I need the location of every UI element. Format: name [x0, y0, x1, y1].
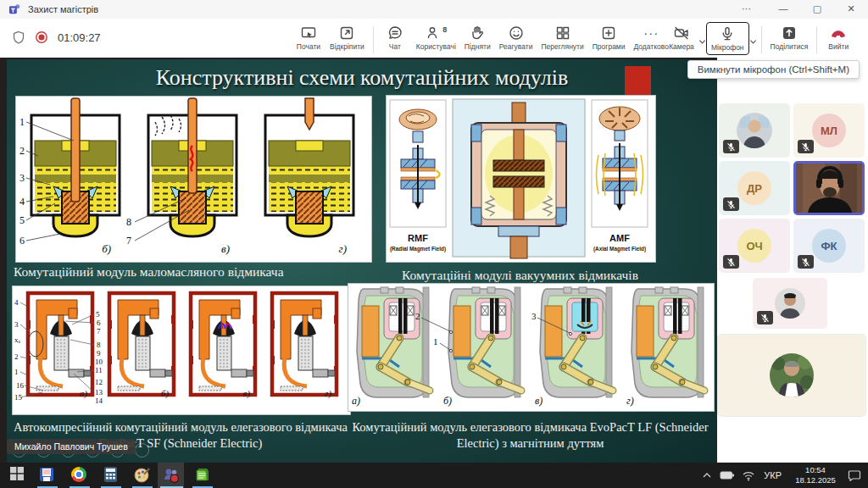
participant-tile[interactable]: ФК: [793, 219, 865, 273]
camera-options-chevron[interactable]: [698, 33, 706, 48]
amf-label: AMF: [609, 233, 630, 243]
teams-logo-icon: [8, 3, 21, 16]
save-app-icon[interactable]: [39, 467, 54, 482]
oil-letter: в): [221, 242, 230, 255]
mic-tooltip: Вимкнути мікрофон (Ctrl+Shift+M): [687, 60, 860, 79]
window-maximize-button[interactable]: ▢: [800, 0, 834, 18]
oil-label: 3: [19, 172, 25, 184]
meeting-timer: 01:09:27: [58, 31, 101, 44]
participant-tile[interactable]: МЛ: [793, 103, 865, 158]
keyboard-language[interactable]: УКР: [764, 470, 782, 480]
apps-button[interactable]: Програми: [588, 22, 630, 53]
participants-count-badge: 8: [442, 25, 447, 34]
sf-figure: 4 3 xₐ 2 1 16 15 5 6 7 8 9 10 11 12: [12, 286, 351, 415]
mic-muted-badge: [798, 255, 814, 269]
sf-label: 10: [95, 358, 103, 366]
participant-tile[interactable]: ОЧ: [719, 219, 790, 273]
amf-sublabel: (Axial Magmet Field): [593, 246, 646, 252]
lf-label: 1: [433, 336, 438, 347]
microphone-options-chevron[interactable]: [749, 33, 757, 48]
window-minimize-button[interactable]: —: [766, 0, 800, 18]
participant-tile[interactable]: [719, 103, 790, 158]
people-icon: [425, 25, 442, 42]
action-center-icon[interactable]: [848, 469, 861, 481]
presentation-slide: Конструктивні схеми комутаційних модулів: [7, 59, 717, 463]
slide-title: Конструктивні схеми комутаційних модулів: [7, 65, 717, 91]
slide-accent-block: [625, 66, 651, 97]
sf-label: 9: [97, 349, 101, 358]
sf-label: 7: [97, 327, 101, 336]
share-button[interactable]: Поділитися: [766, 22, 813, 53]
teams-app-icon[interactable]: [163, 467, 180, 484]
toolbar-divider: [761, 26, 762, 53]
oil-label: 4: [19, 196, 25, 208]
notes-app-icon[interactable]: [195, 467, 210, 482]
battery-icon[interactable]: [720, 470, 735, 480]
oil-label: 6: [19, 235, 25, 247]
start-presenting-button[interactable]: Почати: [292, 22, 326, 53]
participant-tile[interactable]: ДР: [719, 161, 790, 215]
paint-app-icon[interactable]: [134, 467, 150, 483]
oil-breaker-diagram: 1 2 3 4 5 6 8 7 б) в) г): [16, 97, 370, 260]
screen-share-stage: Конструктивні схеми комутаційних модулів: [0, 58, 717, 463]
rmf-label: RMF: [408, 233, 428, 243]
raise-hand-button[interactable]: Підняти: [460, 22, 495, 53]
oil-letter: б): [102, 242, 111, 255]
participant-tile[interactable]: [753, 278, 827, 329]
lf-label: 3: [531, 311, 537, 321]
clock-date: 18.12.2025: [790, 475, 841, 485]
participant-avatar: [775, 288, 805, 319]
screen: { "window": {"title":"Захист магістрів",…: [0, 0, 868, 488]
participant-initials: МЛ: [821, 125, 837, 137]
ellipsis-icon: ···: [643, 25, 659, 42]
unpin-button[interactable]: Відкріпити: [326, 22, 369, 53]
sf-label: 1: [14, 368, 19, 376]
microphone-icon: [719, 25, 736, 42]
start-button-icon[interactable]: [10, 467, 24, 480]
camera-button[interactable]: Камера: [665, 22, 698, 53]
sf-label: 14: [95, 396, 103, 405]
sf-label: 11: [95, 366, 103, 374]
participant-initials: ОЧ: [746, 240, 762, 252]
recording-indicator-icon: [35, 30, 48, 44]
sf-label: 4: [14, 298, 19, 307]
view-button[interactable]: Переглянути: [537, 22, 587, 53]
sf-label: 8: [97, 341, 101, 349]
participants-button[interactable]: 8 Користувачі: [412, 22, 460, 53]
sf-label: 12: [95, 378, 103, 386]
window-close-button[interactable]: ✕: [834, 0, 868, 18]
participant-avatar: [770, 353, 814, 397]
calculator-app-icon[interactable]: [103, 467, 118, 482]
chat-button[interactable]: Чат: [378, 22, 412, 53]
microphone-button[interactable]: Мікрофон: [706, 22, 749, 55]
sf-label: 5: [96, 310, 100, 319]
lf-letter: в): [535, 395, 542, 407]
leave-button[interactable]: Вийти: [821, 22, 855, 53]
shield-icon: [12, 30, 25, 44]
presenter-name-badge: Михайло Павлович Трушев: [7, 439, 136, 454]
add-app-icon: [600, 25, 617, 42]
active-speaker-video-tile[interactable]: [793, 161, 865, 215]
vacuum-diagram: RMF (Radial Magmet Field): [387, 96, 654, 260]
sf-label: 16: [16, 381, 25, 390]
mic-muted-badge: [723, 197, 739, 211]
participant-tile[interactable]: [717, 334, 866, 417]
sf-label: 2: [14, 352, 19, 361]
chat-icon: [387, 25, 403, 42]
windows-taskbar: УКР 10:54 18.12.2025: [0, 463, 868, 488]
clock[interactable]: 10:54 18.12.2025: [790, 465, 841, 486]
participant-initials: ДР: [747, 182, 762, 195]
grid-view-icon: [554, 25, 571, 42]
lf-letter: б): [443, 395, 452, 407]
mic-muted-badge: [757, 311, 773, 324]
wifi-icon[interactable]: [742, 470, 755, 481]
window-more-button[interactable]: ⋯: [732, 3, 761, 14]
participants-panel: МЛ ДР ОЧ ФК: [717, 58, 868, 463]
tray-expand-chevron[interactable]: [702, 471, 712, 480]
chrome-app-icon[interactable]: [71, 467, 86, 482]
oil-letter: г): [339, 242, 347, 255]
window-titlebar: Захист магістрів ⋯ — ▢ ✕: [0, 0, 868, 19]
react-button[interactable]: Реагувати: [495, 22, 537, 53]
lf-figure: 2 1 3 а) б) в) г): [348, 283, 715, 412]
oil-label: 2: [19, 145, 25, 157]
